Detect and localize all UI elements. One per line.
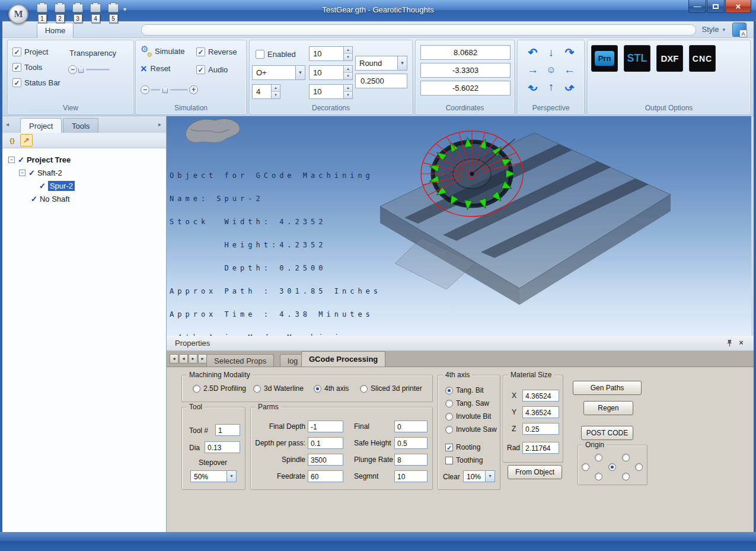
material-x-field[interactable]: 4.36524 <box>522 390 559 402</box>
coordinate-x-field[interactable]: 8.0682 <box>420 45 511 60</box>
tab-tools[interactable]: Tools <box>63 118 98 133</box>
radio-involute-saw[interactable]: Involute Saw <box>445 425 497 434</box>
slider-track[interactable] <box>86 69 110 71</box>
collapse-icon[interactable]: − <box>8 157 15 163</box>
quickaccess-button-2[interactable]: 2 <box>52 4 68 23</box>
quickaccess-button-3[interactable]: 3 <box>70 4 85 23</box>
radio-involute-bit[interactable]: Involute Bit <box>445 412 491 421</box>
tab-nav-last-icon[interactable]: ▸ <box>198 354 207 364</box>
spindle-field[interactable]: 3500 <box>308 454 343 466</box>
feedrate-field[interactable]: 60 <box>308 470 343 482</box>
plunge-rate-field[interactable]: 8 <box>394 454 428 466</box>
slider-track[interactable] <box>170 89 188 91</box>
tab-selected-props[interactable]: Selected Props <box>206 354 274 367</box>
simulate-button[interactable]: ⚙⚙ Simulate <box>141 46 185 56</box>
tab-scroll-right-icon[interactable]: ▸ <box>158 121 161 128</box>
post-code-button[interactable]: POST CODE <box>581 426 633 440</box>
material-rad-field[interactable]: 2.11764 <box>522 442 559 454</box>
coordinate-z-field[interactable]: -5.6022 <box>420 81 511 95</box>
origin-bottom-left-radio[interactable] <box>595 473 602 480</box>
audio-checkbox[interactable]: ✓Audio <box>196 65 228 74</box>
dia-field[interactable]: 0.13 <box>205 441 240 453</box>
minus-icon[interactable]: − <box>141 85 149 94</box>
tool-number-field[interactable]: 1 <box>215 424 240 436</box>
tab-project[interactable]: Project <box>20 118 62 133</box>
view-tools-checkbox[interactable]: ✓Tools <box>12 63 42 72</box>
radio-3d-waterline[interactable]: 3d Waterline <box>253 384 304 393</box>
reset-view-button[interactable]: ☺ <box>542 61 560 78</box>
pin-icon[interactable] <box>725 339 733 348</box>
ribbon-quick-bar[interactable] <box>141 24 696 36</box>
close-panel-icon[interactable]: × <box>737 339 745 348</box>
slider-handle[interactable] <box>78 66 84 73</box>
quickaccess-button-4[interactable]: 4 <box>88 4 103 23</box>
collapse-icon[interactable]: − <box>19 170 25 176</box>
rotate-ccw-button[interactable]: ↶ <box>524 44 542 61</box>
radio-tang-saw[interactable]: Tang. Saw <box>445 399 489 407</box>
view-project-checkbox[interactable]: ✓Project <box>12 47 48 56</box>
origin-right-radio[interactable] <box>635 463 643 471</box>
minimize-button[interactable]: — <box>688 0 706 13</box>
decorations-spinner-top[interactable]: 10 ▴▾ <box>309 46 353 61</box>
app-menu-button[interactable]: M <box>8 4 28 24</box>
decorations-spinner-middle[interactable]: 10 ▴▾ <box>309 65 353 80</box>
tab-nav-prev-icon[interactable]: ◂ <box>179 354 188 364</box>
minus-icon[interactable]: − <box>68 65 77 74</box>
radio-tang-bit[interactable]: Tang. Bit <box>445 386 484 394</box>
style-dropdown[interactable]: Style ▾ <box>702 25 725 34</box>
pan-up-button[interactable]: ↑ <box>542 78 560 95</box>
tilt-down-right-button[interactable]: ↷ <box>560 78 579 95</box>
final-depth-field[interactable]: -1 <box>308 421 343 432</box>
gen-paths-button[interactable]: Gen Paths <box>573 381 642 395</box>
pan-left-button[interactable]: ← <box>560 61 579 78</box>
radio-sliced-3d-printer[interactable]: Sliced 3d printer <box>360 384 422 393</box>
origin-center-radio[interactable] <box>608 463 616 471</box>
dxf-output-button[interactable]: DXF <box>656 45 683 72</box>
decorations-enabled-checkbox[interactable]: Enabled <box>256 50 296 59</box>
slider-handle[interactable] <box>162 87 168 93</box>
viewport-3d[interactable]: Object for GCode Machining Name: Spur-2 … <box>167 116 751 336</box>
segmnt-field[interactable]: 10 <box>394 470 428 482</box>
stl-output-button[interactable]: STL <box>624 45 650 72</box>
view-statusbar-checkbox[interactable]: ✓Status Bar <box>12 78 60 87</box>
tree-node-no-shaft[interactable]: ✓ No Shaft <box>2 192 166 205</box>
stepover-dropdown[interactable]: 50% ▾ <box>190 470 237 482</box>
quickaccess-button-5[interactable]: 5 <box>106 4 121 23</box>
regen-button[interactable]: Regen <box>583 401 633 415</box>
spinner-buttons[interactable]: ▴▾ <box>343 85 352 98</box>
tree-node-spur-selected[interactable]: ✓ Spur-2 <box>2 179 166 192</box>
tab-gcode-processing[interactable]: GCode Processing <box>301 351 385 367</box>
origin-top-left-radio[interactable] <box>595 454 602 461</box>
cnc-output-button[interactable]: CNC <box>689 45 716 72</box>
depth-per-pass-field[interactable]: 0.1 <box>308 437 343 449</box>
tab-scroll-left-icon[interactable]: ◂ <box>6 121 9 128</box>
maximize-button[interactable] <box>707 0 725 13</box>
origin-left-radio[interactable] <box>582 463 589 471</box>
quickaccess-button-1[interactable]: 1 <box>34 4 50 23</box>
tree-node-shaft[interactable]: − ✓ Shaft-2 <box>2 166 166 179</box>
slider-track[interactable] <box>151 89 160 91</box>
tab-nav-next-icon[interactable]: ▸ <box>189 354 197 364</box>
round-value-field[interactable]: 0.2500 <box>355 74 407 88</box>
material-y-field[interactable]: 4.36524 <box>522 406 559 418</box>
round-style-dropdown[interactable]: Round ▾ <box>355 56 407 71</box>
select-mode-button[interactable]: ↗ <box>20 134 33 146</box>
tilt-down-left-button[interactable]: ↶ <box>524 78 542 95</box>
coordinate-y-field[interactable]: -3.3303 <box>420 63 511 78</box>
radio-4th-axis[interactable]: 4th axis <box>314 384 349 393</box>
clear-dropdown[interactable]: 10% ▾ <box>463 470 495 482</box>
rotate-cw-button[interactable]: ↷ <box>560 44 579 61</box>
radio-25d-profiling[interactable]: 2.5D Profiling <box>193 384 246 393</box>
final-field[interactable]: 0 <box>394 421 428 432</box>
pan-down-button[interactable]: ↓ <box>542 44 560 61</box>
from-object-button[interactable]: From Object <box>508 465 562 479</box>
spinner-buttons[interactable]: ▴▾ <box>343 47 352 60</box>
decorations-count-spinner[interactable]: 4 ▴▾ <box>252 84 280 99</box>
simulation-speed-slider[interactable]: − + <box>141 85 198 94</box>
safe-height-field[interactable]: 0.5 <box>394 437 428 449</box>
plus-icon[interactable]: + <box>189 85 198 94</box>
spinner-buttons[interactable]: ▴▾ <box>271 85 280 98</box>
tab-nav-first-icon[interactable]: ◂ <box>170 354 178 364</box>
close-button[interactable]: × <box>725 0 751 13</box>
quickaccess-customize-chevron-icon[interactable]: ▾ <box>123 6 126 23</box>
